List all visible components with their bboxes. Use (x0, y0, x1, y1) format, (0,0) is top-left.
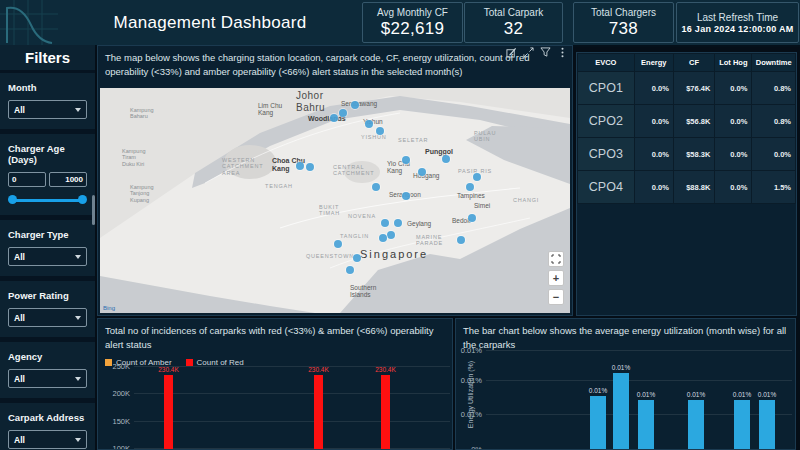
dropdown-value: All (14, 313, 25, 323)
bar-data-label: 0.01% (637, 391, 655, 398)
stat-last-refresh-time: Last Refresh Time 16 Jan 2024 12:00:00 A… (676, 2, 799, 43)
charging-station-point[interactable] (376, 127, 384, 135)
charging-station-point[interactable] (334, 240, 342, 248)
chart-bar[interactable] (590, 396, 606, 449)
charging-station-point[interactable] (379, 234, 387, 242)
map-points (100, 88, 570, 313)
agency-dropdown[interactable]: All (8, 369, 87, 388)
gridline (486, 350, 792, 351)
charger-type-dropdown[interactable]: All (8, 247, 87, 266)
chart-bar[interactable] (381, 375, 390, 450)
style-icon[interactable] (506, 47, 517, 58)
carpark-address-dropdown[interactable]: All (8, 430, 87, 449)
map-zoom-in-button[interactable]: + (548, 270, 564, 286)
charging-station-point[interactable] (346, 266, 354, 274)
filter-label: Month (8, 82, 87, 93)
bar-data-label: 0.01% (733, 391, 751, 398)
y-axis-tick: 0% (455, 445, 482, 450)
filters-title: Filters (0, 45, 95, 70)
col-header-energy[interactable]: Energy (634, 54, 673, 72)
evco-cell: CPO4 (578, 171, 635, 204)
slider-handle-min[interactable] (8, 195, 17, 204)
table-row[interactable]: CPO10.0%$76.4K0.0%0.8% (578, 72, 796, 105)
charging-station-point[interactable] (394, 219, 402, 227)
line-chart-logo-icon (0, 0, 58, 45)
slider-handle-max[interactable] (78, 195, 87, 204)
charging-station-point[interactable] (468, 214, 476, 222)
map-zoom-controls: + − (548, 251, 564, 305)
filter-power-rating: Power Rating All (0, 281, 95, 337)
charging-station-point[interactable] (306, 163, 314, 171)
range-min-input[interactable]: 0 (8, 172, 46, 187)
filter-carpark-address: Carpark Address All (0, 403, 95, 450)
evco-cell: CPO1 (578, 72, 635, 105)
table-row[interactable]: CPO40.0%$88.8K0.0%1.5% (578, 171, 796, 204)
range-max-input[interactable]: 1000 (49, 172, 87, 187)
dropdown-value: All (14, 435, 25, 445)
charging-station-point[interactable] (351, 101, 359, 109)
charging-station-point[interactable] (365, 120, 373, 128)
table-header-row: EVCO Energy CF Lot Hog Downtime (578, 54, 796, 72)
filter-charger-type: Charger Type All (0, 220, 95, 276)
charging-station-point[interactable] (457, 236, 465, 244)
charging-station-point[interactable] (418, 168, 426, 176)
gridline (134, 421, 450, 422)
evco-table: EVCO Energy CF Lot Hog Downtime CPO10.0%… (577, 53, 796, 204)
charging-station-point[interactable] (339, 109, 347, 117)
chart-bar[interactable] (164, 375, 173, 450)
sidebar-scrollbar[interactable] (92, 195, 95, 225)
more-options-icon[interactable] (557, 47, 568, 58)
power-rating-dropdown[interactable]: All (8, 308, 87, 327)
evco-table-body: CPO10.0%$76.4K0.0%0.8%CPO20.0%$56.8K0.0%… (578, 72, 796, 204)
value-cell: $58.3K (673, 138, 714, 171)
value-cell: 0.0% (715, 72, 752, 105)
col-header-downtime[interactable]: Downtime (752, 54, 796, 72)
stat-avg-monthly-cf: Avg Monthly CF $22,619 (362, 2, 463, 43)
chart-bar[interactable] (613, 373, 629, 449)
charging-station-point[interactable] (381, 219, 389, 227)
charging-station-point[interactable] (372, 183, 380, 191)
y-axis-tick: 150K (102, 417, 130, 426)
charging-station-point[interactable] (330, 114, 338, 122)
filter-label: Charger Type (8, 229, 87, 240)
chart-bar[interactable] (688, 400, 704, 449)
focus-mode-icon[interactable] (523, 47, 534, 58)
chart-bar[interactable] (638, 400, 654, 449)
map-zoom-out-button[interactable]: − (548, 289, 564, 305)
energy-chart-panel: The bar chart below shows the average en… (455, 318, 796, 450)
col-header-lot-hog[interactable]: Lot Hog (715, 54, 752, 72)
value-cell: 0.0% (715, 105, 752, 138)
col-header-cf[interactable]: CF (673, 54, 714, 72)
value-cell: 1.5% (752, 171, 796, 204)
col-header-evco[interactable]: EVCO (578, 54, 635, 72)
charger-age-slider[interactable] (10, 195, 85, 205)
charging-station-point[interactable] (442, 155, 450, 163)
charging-station-point[interactable] (296, 162, 304, 170)
table-row[interactable]: CPO20.0%$56.8K0.0%0.8% (578, 105, 796, 138)
charging-station-point[interactable] (473, 173, 481, 181)
charging-station-point[interactable] (402, 156, 410, 164)
y-axis-tick: 0.01% (455, 346, 482, 355)
value-cell: 0.0% (634, 171, 673, 204)
charging-station-point[interactable] (353, 254, 361, 262)
filter-label: Agency (8, 351, 87, 362)
map-fit-button[interactable] (548, 251, 564, 267)
filter-label: Power Rating (8, 290, 87, 301)
singapore-map[interactable]: Johor BahruKampung BaharuLim Chu KangWoo… (100, 88, 570, 313)
stat-value: 738 (609, 19, 638, 39)
filter-icon[interactable] (540, 47, 551, 58)
chevron-down-icon (75, 255, 81, 259)
charging-station-point[interactable] (466, 183, 474, 191)
month-dropdown[interactable]: All (8, 100, 87, 119)
stat-label: Avg Monthly CF (377, 7, 448, 18)
map-panel: The map below shows the charging station… (97, 45, 573, 316)
stat-value: 32 (504, 19, 524, 39)
chart-bar[interactable] (314, 375, 323, 450)
filter-label: Charger Age (Days) (8, 143, 87, 165)
charging-station-point[interactable] (387, 231, 395, 239)
stat-value: 16 Jan 2024 12:00:00 AM (681, 24, 793, 34)
table-row[interactable]: CPO30.0%$58.3K0.0%0.0% (578, 138, 796, 171)
charging-station-point[interactable] (402, 192, 410, 200)
chart-bar[interactable] (759, 400, 775, 449)
chart-bar[interactable] (734, 400, 750, 449)
